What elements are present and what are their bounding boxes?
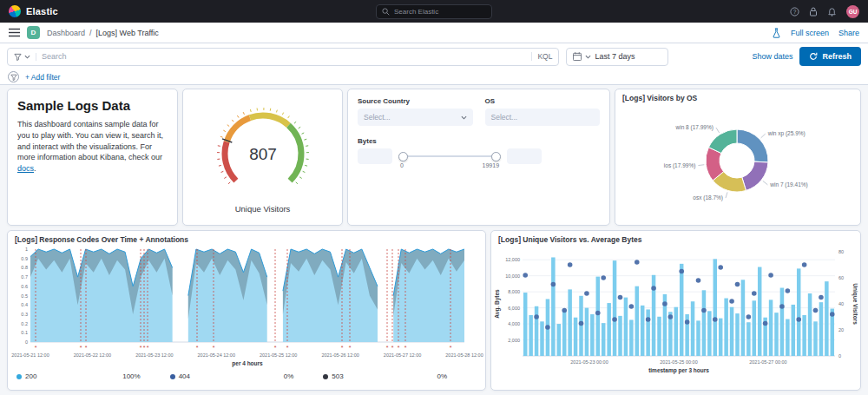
- legend-item-200[interactable]: 200 100%: [16, 372, 170, 380]
- svg-text:2021-05-25 12:00: 2021-05-25 12:00: [260, 352, 297, 358]
- search-icon: [382, 8, 390, 16]
- visitors-vs-bytes-chart[interactable]: 2,0004,0006,0008,00010,00012,00002040608…: [491, 245, 859, 382]
- panel-title[interactable]: [Logs] Unique Visitors vs. Average Bytes: [491, 231, 860, 245]
- svg-text:8,000: 8,000: [508, 289, 520, 294]
- svg-text:win 8 (17.99%): win 8 (17.99%): [675, 124, 713, 131]
- breadcrumb: Dashboard / [Logs] Web Traffic: [47, 29, 159, 37]
- svg-text:2021-05-26 12:00: 2021-05-26 12:00: [321, 352, 358, 358]
- svg-text:0.6: 0.6: [21, 284, 28, 289]
- bytes-max-input[interactable]: [507, 148, 542, 164]
- add-filter-button[interactable]: + Add filter: [25, 73, 60, 82]
- legend-item-503[interactable]: 503 0%: [323, 372, 477, 380]
- full-screen-button[interactable]: Full screen: [791, 29, 829, 37]
- svg-text:0.5: 0.5: [21, 293, 28, 299]
- breadcrumb-current: [Logs] Web Traffic: [96, 29, 159, 37]
- svg-text:timestamp per 3 hours: timestamp per 3 hours: [648, 367, 709, 374]
- legend-label: 404: [179, 372, 190, 380]
- breadcrumb-dashboard[interactable]: Dashboard: [47, 29, 85, 37]
- response-codes-area-chart[interactable]: 10.90.80.70.60.50.40.30.20.10***********…: [8, 245, 483, 372]
- global-search-input[interactable]: [394, 8, 486, 16]
- brand: Elastic: [9, 5, 376, 17]
- saved-query-menu[interactable]: [14, 53, 36, 61]
- sample-body-suffix: .: [34, 164, 36, 173]
- svg-text:*: *: [147, 345, 149, 351]
- labs-beaker-icon[interactable]: [772, 28, 781, 38]
- svg-text:2021-05-27 12:00: 2021-05-27 12:00: [384, 352, 421, 358]
- source-country-label: Source Country: [358, 97, 473, 105]
- legend-value: 100%: [122, 372, 169, 380]
- svg-text:*: *: [196, 345, 199, 351]
- help-icon[interactable]: ?: [790, 7, 799, 16]
- svg-text:*: *: [80, 345, 82, 351]
- filter-bar: + Add filter: [0, 69, 868, 85]
- query-input[interactable]: [42, 52, 526, 61]
- global-header: Elastic ? GU: [0, 0, 868, 23]
- chevron-down-icon: [461, 115, 467, 120]
- menu-hamburger-icon[interactable]: [9, 28, 20, 37]
- svg-text:40: 40: [838, 301, 844, 306]
- kql-search-box[interactable]: KQL: [7, 48, 559, 66]
- legend-value: 0%: [284, 372, 324, 380]
- bytes-range-slider[interactable]: 0 19919: [398, 148, 501, 171]
- gauge-metric-label: Unique Visitors: [235, 204, 291, 214]
- os-label: OS: [485, 97, 601, 105]
- svg-text:2021-05-23 12:00: 2021-05-23 12:00: [135, 352, 173, 358]
- dashboard-grid: Sample Logs Data This dashboard contains…: [0, 85, 868, 395]
- date-picker[interactable]: Last 7 days: [566, 48, 668, 66]
- show-dates-button[interactable]: Show dates: [752, 52, 792, 61]
- svg-text:10,000: 10,000: [505, 273, 520, 279]
- slider-min-label: 0: [400, 162, 404, 168]
- os-select[interactable]: Select...: [485, 109, 601, 126]
- svg-text:0: 0: [25, 339, 28, 345]
- slider-handle-min[interactable]: [398, 152, 408, 161]
- svg-text:*: *: [450, 345, 452, 351]
- panel-title[interactable]: [Logs] Response Codes Over Time + Annota…: [8, 231, 485, 245]
- filter-menu-icon[interactable]: [8, 71, 19, 82]
- svg-text:4,000: 4,000: [508, 321, 520, 326]
- chevron-down-icon: [585, 55, 591, 59]
- sample-body-text: This dashboard contains sample data for …: [17, 120, 163, 161]
- svg-text:*: *: [391, 345, 394, 351]
- navigation-bar: D Dashboard / [Logs] Web Traffic Full sc…: [0, 23, 868, 43]
- refresh-button[interactable]: Refresh: [799, 47, 861, 66]
- share-button[interactable]: Share: [838, 29, 859, 37]
- space-badge[interactable]: D: [27, 26, 40, 39]
- source-country-select[interactable]: Select...: [358, 109, 473, 126]
- docs-link[interactable]: docs: [17, 164, 34, 173]
- visitors-by-os-donut-chart[interactable]: win xp (25.9%)win 7 (19.41%)osx (18.7%)i…: [615, 103, 858, 216]
- svg-text:*: *: [398, 345, 400, 351]
- svg-text:2021-05-23 00:00: 2021-05-23 00:00: [570, 359, 608, 365]
- legend-label: 200: [25, 372, 36, 380]
- panel-response-codes: [Logs] Response Codes Over Time + Annota…: [7, 230, 486, 391]
- svg-text:6,000: 6,000: [508, 306, 520, 311]
- chevron-down-icon: [24, 55, 30, 59]
- legend-dot: [170, 374, 175, 379]
- notifications-bell-icon[interactable]: [827, 7, 837, 16]
- svg-text:12,000: 12,000: [505, 257, 520, 262]
- panel-sample-logs-data: Sample Logs Data This dashboard contains…: [7, 89, 178, 226]
- svg-text:60: 60: [838, 275, 844, 280]
- gauge-chart[interactable]: 807: [189, 102, 337, 199]
- elastic-logo-icon[interactable]: [9, 5, 21, 17]
- legend-item-404[interactable]: 404 0%: [170, 372, 324, 380]
- lock-icon[interactable]: [809, 7, 818, 16]
- slider-handle-max[interactable]: [491, 152, 501, 161]
- panel-input-controls: Source Country Select... OS Select... By…: [347, 89, 610, 226]
- svg-text:1: 1: [25, 247, 28, 252]
- svg-text:*: *: [85, 345, 88, 351]
- kql-language-button[interactable]: KQL: [531, 52, 552, 61]
- select-placeholder: Select...: [491, 113, 518, 122]
- svg-text:2021-05-27 00:00: 2021-05-27 00:00: [749, 359, 786, 365]
- svg-text:0.7: 0.7: [21, 274, 28, 280]
- svg-text:*: *: [213, 345, 215, 351]
- bytes-min-input[interactable]: [358, 148, 392, 164]
- svg-text:*: *: [386, 345, 389, 351]
- svg-text:*: *: [341, 345, 344, 351]
- panel-title[interactable]: [Logs] Visitors by OS: [615, 89, 860, 103]
- legend-value: 0%: [437, 372, 477, 380]
- slider-track[interactable]: [400, 155, 499, 157]
- user-avatar[interactable]: GU: [846, 5, 859, 18]
- global-search[interactable]: [376, 4, 492, 19]
- svg-text:*: *: [404, 345, 407, 351]
- svg-text:win 7 (19.41%): win 7 (19.41%): [769, 181, 807, 188]
